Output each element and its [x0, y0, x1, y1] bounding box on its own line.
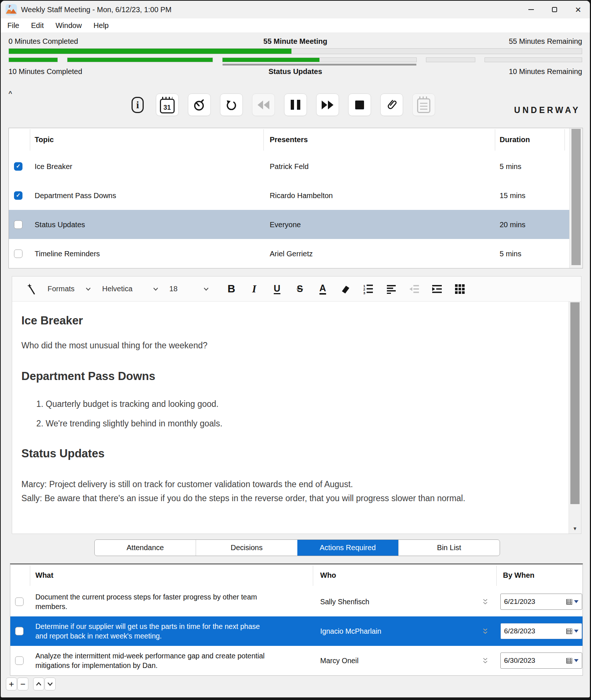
date-dropdown-arrow-icon[interactable]	[574, 659, 578, 662]
pause-icon	[291, 100, 300, 110]
move-up-button[interactable]	[33, 678, 44, 690]
editor-scrollbar-thumb[interactable]	[570, 302, 580, 504]
close-button[interactable]: ✕	[566, 1, 590, 18]
overall-progress-bar	[8, 48, 582, 54]
topic-row-ice-breaker[interactable]: Ice Breaker Patrick Feld 5 mins	[9, 152, 583, 181]
topic-checkbox[interactable]	[14, 249, 22, 258]
calendar-picker-icon[interactable]	[566, 629, 572, 634]
clear-formatting-button[interactable]	[338, 284, 353, 294]
align-left-icon	[387, 284, 396, 294]
magic-wand-icon[interactable]	[27, 284, 36, 295]
menu-file[interactable]: File	[7, 21, 19, 30]
font-family-dropdown[interactable]: Helvetica	[102, 285, 132, 293]
collapse-chevron-icon[interactable]: ^	[8, 90, 12, 97]
chevron-down-icon[interactable]	[85, 287, 91, 291]
numbered-list-button[interactable]: 1 2 3	[361, 284, 376, 294]
timer-button[interactable]	[188, 94, 211, 116]
numbered-list-icon: 1 2 3	[363, 284, 374, 294]
remove-action-button[interactable]: −	[17, 678, 28, 690]
topic-row-status-updates-selected[interactable]: Status Updates Everyone 20 mins	[9, 210, 583, 239]
action-checkbox[interactable]	[15, 627, 24, 636]
calendar-picker-icon[interactable]	[566, 599, 572, 605]
tab-actions-required[interactable]: Actions Required	[297, 540, 398, 556]
editor-heading-status-updates: Status Updates	[21, 447, 559, 460]
calendar-button[interactable]: 31	[156, 94, 179, 116]
tab-attendance[interactable]: Attendance	[95, 540, 196, 556]
action-who[interactable]: Marcy Oneil	[320, 657, 359, 665]
topic-row-timeline-reminders[interactable]: Timeline Reminders Ariel Gerrietz 5 mins	[9, 239, 583, 268]
info-button[interactable]: i	[132, 97, 144, 113]
stopwatch-icon	[193, 99, 206, 111]
bold-button[interactable]: B	[224, 283, 239, 295]
fast-forward-button[interactable]	[316, 94, 339, 116]
action-row-3[interactable]: Analyze the intermittent mid-week perfor…	[10, 646, 583, 675]
combo-chevrons-icon[interactable]	[483, 658, 487, 664]
tab-decisions[interactable]: Decisions	[196, 540, 297, 556]
menu-edit[interactable]: Edit	[31, 21, 43, 30]
action-checkbox[interactable]	[15, 657, 24, 665]
topic-presenter: Everyone	[270, 220, 301, 229]
topic-name: Timeline Reminders	[35, 249, 100, 258]
chevron-down-icon[interactable]	[203, 287, 209, 291]
add-action-button[interactable]: +	[6, 678, 17, 690]
due-date-field[interactable]: 6/28/2023	[500, 623, 582, 639]
segment-status-updates-current	[222, 57, 417, 62]
date-dropdown-arrow-icon[interactable]	[574, 600, 578, 603]
topics-scrollbar-thumb[interactable]	[571, 129, 581, 265]
chevron-down-icon[interactable]	[153, 287, 158, 291]
editor-scrollbar[interactable]: ▼	[569, 302, 581, 534]
scroll-down-arrow-icon[interactable]: ▼	[569, 526, 581, 531]
insert-table-button[interactable]	[452, 284, 468, 294]
topic-checkbox[interactable]	[14, 220, 22, 229]
topics-scrollbar[interactable]	[569, 128, 583, 268]
action-row-2-selected[interactable]: Determine if our supplier will get us th…	[10, 616, 583, 646]
underline-button[interactable]: U	[269, 284, 285, 294]
actions-col-by-when: By When	[503, 571, 535, 580]
text-color-button[interactable]: A	[315, 283, 331, 294]
action-who[interactable]: Sally Shenfisch	[320, 598, 369, 606]
menu-help[interactable]: Help	[94, 21, 109, 30]
combo-chevrons-icon[interactable]	[483, 629, 487, 634]
rewind-button[interactable]	[252, 94, 275, 116]
italic-button[interactable]: I	[246, 283, 262, 295]
font-size-dropdown[interactable]: 18	[169, 285, 178, 293]
topic-checkbox[interactable]	[14, 191, 22, 200]
editor-heading-department-pass-downs: Department Pass Downs	[21, 370, 559, 383]
due-date-field[interactable]: 6/21/2023	[500, 594, 582, 610]
topic-checkbox[interactable]	[14, 162, 22, 170]
actions-footer-buttons: + −	[6, 678, 56, 690]
strikethrough-button[interactable]: S	[292, 284, 308, 294]
editor-content[interactable]: Ice Breaker Who did the most unusual thi…	[12, 302, 581, 534]
date-dropdown-arrow-icon[interactable]	[574, 630, 578, 633]
tab-bin-list[interactable]: Bin List	[398, 540, 500, 556]
outdent-icon	[409, 285, 419, 293]
italic-icon: I	[252, 283, 256, 295]
action-row-1[interactable]: Document the current process steps for f…	[10, 587, 583, 616]
stop-button[interactable]	[348, 94, 371, 116]
due-date-field[interactable]: 6/30/2023	[500, 652, 582, 669]
combo-chevrons-icon[interactable]	[483, 599, 487, 605]
eraser-icon	[341, 284, 350, 294]
attachment-button[interactable]	[380, 94, 403, 116]
formats-dropdown[interactable]: Formats	[48, 285, 74, 293]
minimize-icon	[528, 9, 534, 10]
topic-row-department-pass-downs[interactable]: Department Pass Downs Ricardo Hambelton …	[9, 181, 583, 210]
editor-paragraph: Who did the most unusual thing for the w…	[21, 341, 559, 351]
action-who[interactable]: Ignacio McPharlain	[320, 627, 381, 636]
topic-name: Ice Breaker	[35, 162, 72, 170]
align-left-button[interactable]	[384, 284, 399, 294]
due-date-value: 6/21/2023	[504, 598, 566, 606]
notes-button[interactable]	[412, 94, 435, 116]
action-checkbox[interactable]	[15, 598, 24, 606]
indent-button[interactable]	[429, 285, 445, 293]
move-down-button[interactable]	[45, 678, 56, 690]
outdent-button[interactable]	[406, 285, 422, 293]
maximize-button[interactable]	[543, 1, 566, 18]
timer-toolbar: ^ i 31	[1, 94, 590, 116]
minimize-button[interactable]	[519, 1, 543, 18]
editor-status-line-marcy: Marcy: Project delivery is still on trac…	[21, 477, 476, 491]
pause-button[interactable]	[284, 94, 307, 116]
calendar-picker-icon[interactable]	[566, 658, 572, 664]
menu-window[interactable]: Window	[56, 21, 82, 30]
restart-button[interactable]	[220, 94, 243, 116]
